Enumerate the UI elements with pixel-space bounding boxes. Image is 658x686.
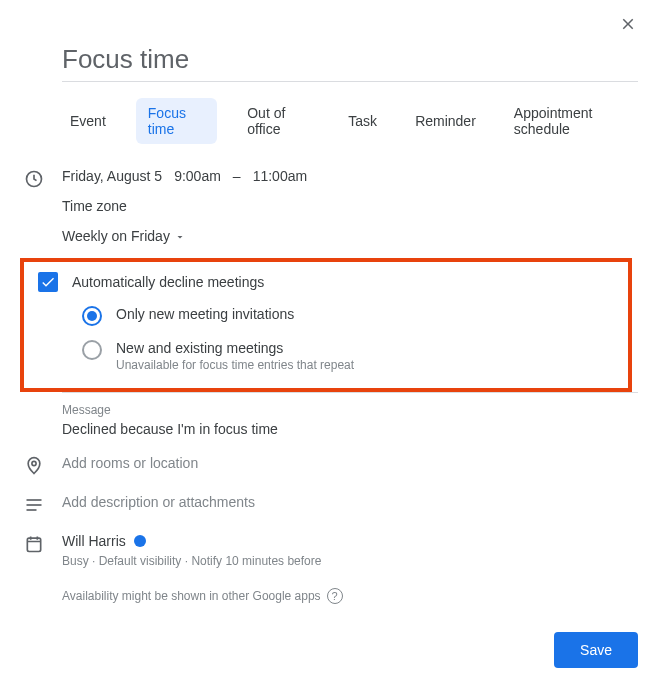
svg-rect-4 — [27, 509, 37, 511]
radio-icon — [82, 306, 102, 326]
radio-icon — [82, 340, 102, 360]
tab-reminder[interactable]: Reminder — [407, 106, 484, 136]
radio-new-and-existing[interactable]: New and existing meetings Unavailable fo… — [82, 340, 616, 372]
auto-decline-label: Automatically decline meetings — [72, 274, 264, 290]
description-input[interactable]: Add description or attachments — [62, 494, 638, 510]
tab-focus-time[interactable]: Focus time — [136, 98, 217, 144]
radio-new-and-existing-sublabel: Unavailable for focus time entries that … — [116, 358, 354, 372]
auto-decline-checkbox[interactable] — [38, 272, 58, 292]
tab-out-of-office[interactable]: Out of office — [239, 98, 318, 144]
timezone-button[interactable]: Time zone — [62, 198, 638, 214]
description-icon — [20, 494, 62, 515]
chevron-down-icon — [174, 231, 186, 243]
save-button[interactable]: Save — [554, 632, 638, 668]
auto-decline-section: Automatically decline meetings Only new … — [20, 258, 632, 392]
tab-appointment-schedule[interactable]: Appointment schedule — [506, 98, 638, 144]
svg-point-1 — [32, 461, 36, 465]
event-type-tabs: Event Focus time Out of office Task Remi… — [62, 98, 638, 144]
svg-rect-5 — [27, 538, 40, 551]
end-time-field[interactable]: 11:00am — [253, 168, 307, 184]
start-time-field[interactable]: 9:00am — [174, 168, 221, 184]
calendar-owner-row[interactable]: Will Harris — [62, 533, 638, 549]
location-icon — [20, 455, 62, 476]
radio-only-new[interactable]: Only new meeting invitations — [82, 306, 616, 326]
calendar-settings-text[interactable]: Busy · Default visibility · Notify 10 mi… — [62, 554, 638, 568]
calendar-color-dot — [134, 535, 146, 547]
recurrence-label: Weekly on Friday — [62, 228, 170, 244]
radio-new-and-existing-label: New and existing meetings — [116, 340, 354, 356]
message-label: Message — [62, 403, 638, 417]
availability-note: Availability might be shown in other Goo… — [62, 589, 321, 603]
help-icon[interactable]: ? — [327, 588, 343, 604]
date-field[interactable]: Friday, August 5 — [62, 168, 162, 184]
calendar-icon — [20, 533, 62, 554]
tab-task[interactable]: Task — [340, 106, 385, 136]
time-dash: – — [233, 168, 241, 184]
tab-event[interactable]: Event — [62, 106, 114, 136]
clock-icon — [20, 168, 62, 189]
location-input[interactable]: Add rooms or location — [62, 455, 638, 471]
recurrence-dropdown[interactable]: Weekly on Friday — [62, 228, 638, 244]
calendar-owner-name: Will Harris — [62, 533, 126, 549]
svg-rect-3 — [27, 504, 42, 506]
radio-only-new-label: Only new meeting invitations — [116, 306, 294, 322]
title-input[interactable]: Focus time — [62, 40, 638, 82]
close-button[interactable] — [616, 12, 640, 36]
svg-rect-2 — [27, 499, 42, 501]
message-value[interactable]: Declined because I'm in focus time — [62, 421, 638, 437]
